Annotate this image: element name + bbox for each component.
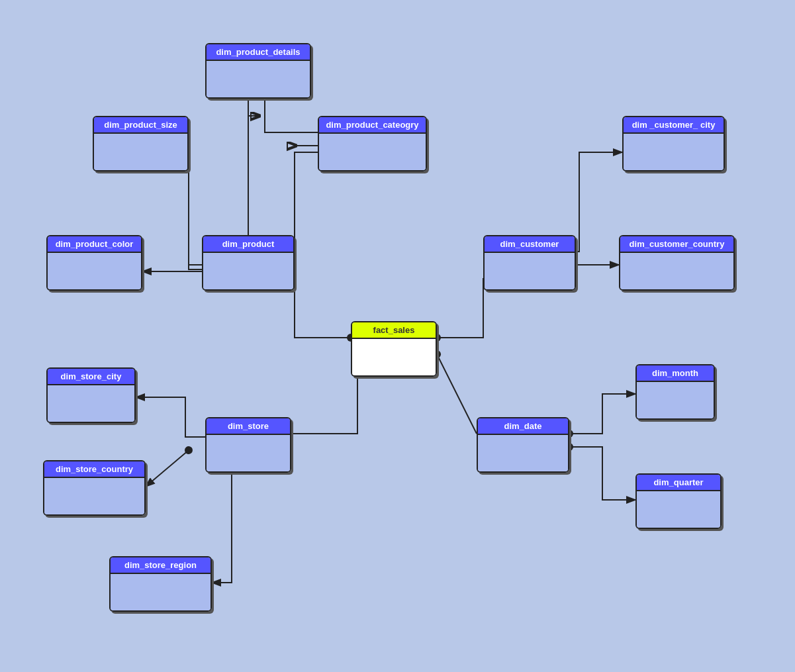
arrow-product-details [248, 116, 258, 235]
table-body-fact-sales [352, 339, 436, 375]
table-body-dim-month [637, 382, 714, 418]
table-header-dim-store: dim_store [207, 418, 290, 435]
arrow-product-size-1 [189, 162, 202, 269]
table-header-dim-quarter: dim_quarter [637, 475, 720, 491]
table-header-dim-product-color: dim_product_color [48, 236, 141, 253]
table-header-dim-customer-city: dim _customer_ city [624, 117, 724, 134]
table-dim-store-city[interactable]: dim_store_city [46, 367, 136, 423]
table-body-dim-product [203, 253, 293, 289]
table-body-dim-product-details [207, 61, 310, 97]
table-dim-store[interactable]: dim_store [205, 417, 291, 473]
table-body-dim-product-size [94, 134, 187, 170]
table-body-dim-quarter [637, 491, 720, 528]
table-dim-store-region[interactable]: dim_store_region [109, 556, 212, 612]
table-header-dim-product-size: dim_product_size [94, 117, 187, 134]
table-body-dim-product-cateogry [319, 134, 426, 170]
table-body-dim-store-city [48, 385, 134, 422]
table-dim-quarter[interactable]: dim_quarter [635, 473, 722, 529]
table-dim-customer-country[interactable]: dim_customer_country [619, 235, 735, 291]
table-fact-sales[interactable]: fact_sales [351, 321, 437, 377]
table-dim-month[interactable]: dim_month [635, 364, 715, 420]
table-header-dim-store-country: dim_store_country [44, 461, 144, 478]
table-body-dim-store [207, 435, 290, 471]
table-header-dim-product-details: dim_product_details [207, 44, 310, 61]
table-body-dim-customer [485, 253, 575, 289]
table-body-dim-store-country [44, 478, 144, 514]
table-body-dim-customer-city [624, 134, 724, 170]
table-header-dim-store-region: dim_store_region [111, 557, 210, 574]
table-body-dim-date [478, 435, 568, 471]
table-dim-product-size[interactable]: dim_product_size [93, 116, 189, 171]
table-header-dim-product: dim_product [203, 236, 293, 253]
table-header-dim-product-cateogry: dim_product_cateogry [319, 117, 426, 134]
table-header-fact-sales: fact_sales [352, 322, 436, 339]
table-header-dim-date: dim_date [478, 418, 568, 435]
table-body-dim-customer-country [620, 253, 733, 289]
table-body-dim-store-region [111, 574, 210, 610]
table-dim-product-color[interactable]: dim_product_color [46, 235, 142, 291]
table-header-dim-store-city: dim_store_city [48, 369, 134, 385]
table-dim-customer[interactable]: dim_customer [483, 235, 576, 291]
table-body-dim-product-color [48, 253, 141, 289]
table-header-dim-month: dim_month [637, 365, 714, 382]
table-dim-store-country[interactable]: dim_store_country [43, 460, 146, 516]
diagram-canvas: dim_product_details dim_product_size dim… [0, 0, 795, 672]
table-dim-customer-city[interactable]: dim _customer_ city [622, 116, 725, 171]
table-header-dim-customer: dim_customer [485, 236, 575, 253]
table-dim-product-cateogry[interactable]: dim_product_cateogry [318, 116, 427, 171]
table-dim-date[interactable]: dim_date [477, 417, 569, 473]
table-header-dim-customer-country: dim_customer_country [620, 236, 733, 253]
table-dim-product[interactable]: dim_product [202, 235, 295, 291]
table-dim-product-details[interactable]: dim_product_details [205, 43, 311, 99]
